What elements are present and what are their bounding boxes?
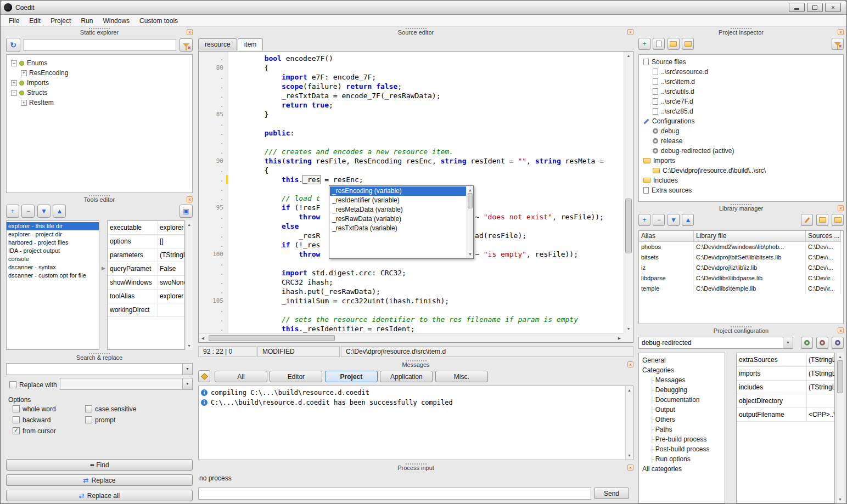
splitter-arrow-icon[interactable]: ▶ [102, 265, 105, 271]
code-line[interactable]: . import std.digest.crc: CRC32; [199, 268, 624, 278]
menu-file[interactable]: File [4, 15, 24, 26]
code-line[interactable]: 90 this(string resFile, ResEncoding resE… [199, 156, 624, 166]
config-category-general[interactable]: General [639, 355, 725, 365]
project-tree-node[interactable]: ..\src\e7F.d [639, 97, 843, 106]
library-from-project-button[interactable] [832, 214, 844, 226]
messages-filter-editor[interactable]: Editor [270, 371, 322, 382]
line-number[interactable]: 100 [199, 250, 226, 259]
scroll-down-icon[interactable]: ▼ [624, 325, 633, 333]
close-panel-icon[interactable]: x [627, 465, 633, 471]
scroll-left-icon[interactable]: ◀ [199, 334, 207, 342]
static-explorer-node[interactable]: +Imports [7, 78, 192, 88]
dropdown-arrow-icon[interactable]: ▼ [182, 364, 192, 375]
config-category-all-categories[interactable]: All categories [639, 464, 725, 474]
line-number[interactable]: . [199, 128, 226, 138]
move-down-button[interactable]: ▼ [667, 214, 680, 226]
code-line[interactable]: . CRC32 ihash; [199, 278, 624, 287]
code-line[interactable]: . bool encodee7F() [199, 54, 624, 63]
replace-all-button[interactable]: ⇄Replace all [6, 490, 193, 501]
property-value[interactable] [807, 394, 834, 407]
line-number[interactable]: . [199, 324, 226, 333]
replace-button[interactable]: ⇄Replace [6, 474, 193, 486]
static-explorer-node[interactable]: −Enums [7, 58, 192, 68]
option-from-cursor[interactable]: from cursor [13, 427, 77, 435]
option-prompt[interactable]: prompt [85, 416, 150, 424]
tool-property-row[interactable]: workingDirect [108, 303, 184, 317]
inspector-filter-button[interactable]: ✕ [832, 38, 844, 50]
move-down-button[interactable]: ▼ [37, 205, 51, 218]
message-row[interactable]: icompiling C:\...\build\resource.d.coedi… [199, 388, 633, 398]
code-line[interactable]: . this._res = resEnc; [199, 175, 624, 184]
line-number[interactable]: . [199, 315, 226, 324]
tool-property-row[interactable]: executableexplorer [108, 221, 184, 235]
scrollbar-thumb[interactable] [468, 193, 473, 208]
config-property-row[interactable]: imports(TStringL [737, 367, 834, 381]
remove-library-button[interactable]: − [653, 214, 665, 226]
property-value[interactable]: (TStringL [807, 353, 834, 366]
line-number[interactable]: 105 [199, 296, 226, 305]
messages-filter-project[interactable]: Project [325, 371, 378, 382]
line-number[interactable]: . [199, 100, 226, 110]
close-panel-icon[interactable]: x [838, 29, 844, 35]
close-panel-icon[interactable]: x [838, 205, 844, 211]
code-line[interactable]: . [199, 138, 624, 147]
scroll-up-icon[interactable]: ▲ [837, 353, 844, 361]
static-explorer-node[interactable]: +ResItem [7, 98, 192, 107]
line-number[interactable]: . [199, 222, 226, 231]
apply-tool-button[interactable]: ▣ [180, 205, 193, 218]
tool-property-row[interactable]: options[] [108, 235, 184, 248]
remove-tool-button[interactable]: − [21, 205, 35, 218]
line-number[interactable]: . [199, 305, 226, 315]
tool-list-item[interactable]: explorer - this file dir [7, 222, 99, 230]
line-number[interactable]: 95 [199, 203, 226, 212]
tool-list-item[interactable]: dscanner - syntax [7, 263, 99, 271]
line-number[interactable]: . [199, 82, 226, 91]
code-line[interactable]: . ihash.put(_resRawData); [199, 287, 624, 296]
scroll-down-icon[interactable]: ▼ [837, 495, 844, 503]
property-value[interactable]: <CPP>..\ [807, 408, 834, 421]
static-explorer-node[interactable]: +ResEncoding [7, 68, 192, 78]
config-category-categories[interactable]: Categories [639, 365, 725, 375]
project-tree-node[interactable]: ..\src\item.d [639, 77, 843, 87]
column-header-alias[interactable]: Alias [639, 231, 694, 242]
project-tree-node[interactable]: Imports [639, 156, 843, 166]
search-term-combobox[interactable]: ▼ [6, 363, 193, 375]
tool-list-item[interactable]: console [7, 255, 99, 263]
remove-config-button[interactable] [832, 337, 844, 349]
property-value[interactable]: [] [158, 235, 184, 248]
message-row[interactable]: iC:\...\build\resource.d.coedit has been… [199, 398, 633, 407]
line-number[interactable]: . [199, 278, 226, 287]
config-category-documentation[interactable]: ├Documentation [639, 395, 725, 405]
config-property-row[interactable]: objectDirectory [737, 394, 834, 408]
option-whole-word[interactable]: whole word [13, 405, 77, 413]
tree-expander-icon[interactable]: + [11, 80, 17, 86]
editor-tab-item[interactable]: item [238, 38, 263, 50]
library-row[interactable]: libdparseC:\Dev\dlibs\libdparse.libC:\De… [639, 273, 843, 284]
line-number[interactable]: . [199, 212, 226, 222]
add-library-button[interactable]: + [638, 214, 650, 226]
replace-with-checkbox[interactable]: Replace with [9, 381, 57, 389]
project-tree-node[interactable]: Includes [639, 175, 843, 185]
code-line[interactable]: 80 { [199, 63, 624, 72]
library-row[interactable]: phobosC:\Dev\dmd2\windows\lib\phob...C:\… [639, 242, 843, 252]
move-up-button[interactable]: ▲ [682, 214, 694, 226]
dropdown-arrow-icon[interactable]: ▼ [182, 378, 192, 389]
open-folder-button[interactable] [667, 38, 680, 50]
scroll-down-icon[interactable]: ▼ [626, 451, 633, 460]
option-case-sensitive[interactable]: case sensitive [85, 405, 150, 413]
symbol-filter-input[interactable] [24, 39, 176, 51]
tool-property-row[interactable]: showWindowsswoNone [108, 276, 184, 290]
tree-expander-icon[interactable]: − [11, 90, 17, 96]
line-number[interactable]: 80 [199, 63, 226, 72]
code-line[interactable]: . this._resIdentifier = resIdent; [199, 324, 624, 333]
config-category-messages[interactable]: ├Messages [639, 375, 725, 385]
library-row[interactable]: templeC:\Dev\dlibs\temple.libC:\Dev\r... [639, 284, 843, 294]
scroll-up-icon[interactable]: ▲ [626, 386, 633, 394]
column-header-library-file[interactable]: Library file [694, 231, 806, 242]
code-line[interactable]: 85 } [199, 110, 624, 119]
config-property-row[interactable]: extraSources(TStringL [737, 353, 834, 367]
messages-filter-misc[interactable]: Misc. [435, 371, 488, 382]
library-row[interactable]: izC:\Dev\dproj\iz\lib\iz.libC:\Dev\... [639, 263, 843, 273]
add-source-button[interactable] [653, 38, 665, 50]
code-line[interactable]: . _resTxtData = encode_7F(_resRawData); [199, 91, 624, 100]
